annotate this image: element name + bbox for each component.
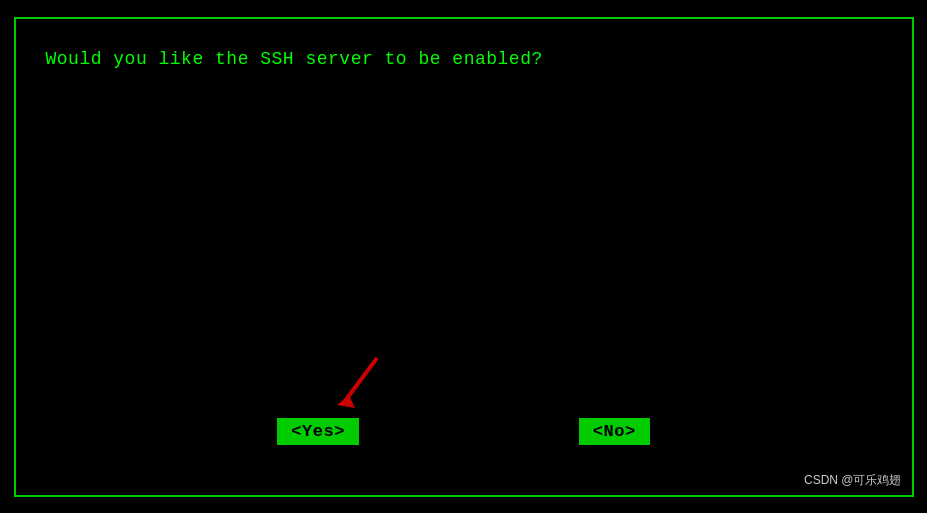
yes-button[interactable]: <Yes> bbox=[277, 418, 359, 445]
watermark-text: CSDN @可乐鸡翅 bbox=[804, 472, 902, 489]
yes-button-container: <Yes> bbox=[277, 418, 359, 445]
arrow-icon bbox=[327, 353, 387, 413]
button-row: <Yes> <No> bbox=[16, 418, 912, 445]
ssh-question-text: Would you like the SSH server to be enab… bbox=[46, 49, 882, 69]
no-button[interactable]: <No> bbox=[579, 418, 650, 445]
terminal-window: Would you like the SSH server to be enab… bbox=[14, 17, 914, 497]
svg-line-0 bbox=[345, 358, 377, 401]
